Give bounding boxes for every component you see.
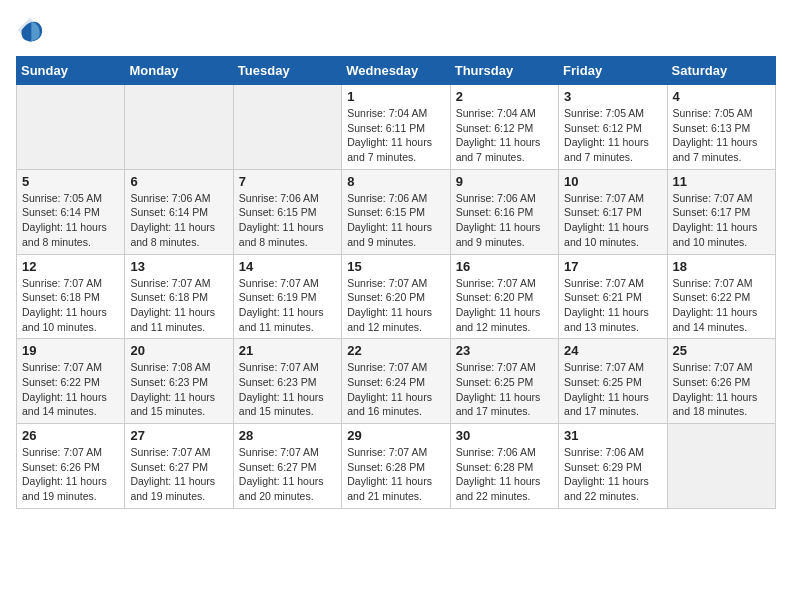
day-number: 18: [673, 259, 770, 274]
day-number: 26: [22, 428, 119, 443]
day-number: 5: [22, 174, 119, 189]
day-info: Sunrise: 7:06 AM Sunset: 6:15 PM Dayligh…: [239, 191, 336, 250]
day-number: 28: [239, 428, 336, 443]
day-number: 19: [22, 343, 119, 358]
calendar-week-row: 19Sunrise: 7:07 AM Sunset: 6:22 PM Dayli…: [17, 339, 776, 424]
day-info: Sunrise: 7:04 AM Sunset: 6:11 PM Dayligh…: [347, 106, 444, 165]
day-info: Sunrise: 7:06 AM Sunset: 6:29 PM Dayligh…: [564, 445, 661, 504]
day-number: 29: [347, 428, 444, 443]
day-number: 25: [673, 343, 770, 358]
day-info: Sunrise: 7:04 AM Sunset: 6:12 PM Dayligh…: [456, 106, 553, 165]
day-info: Sunrise: 7:07 AM Sunset: 6:26 PM Dayligh…: [673, 360, 770, 419]
calendar-cell: 31Sunrise: 7:06 AM Sunset: 6:29 PM Dayli…: [559, 424, 667, 509]
calendar-cell: 9Sunrise: 7:06 AM Sunset: 6:16 PM Daylig…: [450, 169, 558, 254]
day-info: Sunrise: 7:07 AM Sunset: 6:25 PM Dayligh…: [456, 360, 553, 419]
day-info: Sunrise: 7:07 AM Sunset: 6:21 PM Dayligh…: [564, 276, 661, 335]
day-number: 3: [564, 89, 661, 104]
calendar-table: SundayMondayTuesdayWednesdayThursdayFrid…: [16, 56, 776, 509]
day-info: Sunrise: 7:07 AM Sunset: 6:22 PM Dayligh…: [673, 276, 770, 335]
day-info: Sunrise: 7:07 AM Sunset: 6:17 PM Dayligh…: [564, 191, 661, 250]
day-number: 12: [22, 259, 119, 274]
calendar-cell: 20Sunrise: 7:08 AM Sunset: 6:23 PM Dayli…: [125, 339, 233, 424]
calendar-cell: 4Sunrise: 7:05 AM Sunset: 6:13 PM Daylig…: [667, 85, 775, 170]
calendar-cell: 6Sunrise: 7:06 AM Sunset: 6:14 PM Daylig…: [125, 169, 233, 254]
day-number: 20: [130, 343, 227, 358]
day-number: 30: [456, 428, 553, 443]
day-info: Sunrise: 7:08 AM Sunset: 6:23 PM Dayligh…: [130, 360, 227, 419]
day-info: Sunrise: 7:07 AM Sunset: 6:24 PM Dayligh…: [347, 360, 444, 419]
calendar-week-row: 5Sunrise: 7:05 AM Sunset: 6:14 PM Daylig…: [17, 169, 776, 254]
calendar-cell: 8Sunrise: 7:06 AM Sunset: 6:15 PM Daylig…: [342, 169, 450, 254]
calendar-cell: 11Sunrise: 7:07 AM Sunset: 6:17 PM Dayli…: [667, 169, 775, 254]
weekday-header-wednesday: Wednesday: [342, 57, 450, 85]
day-info: Sunrise: 7:07 AM Sunset: 6:26 PM Dayligh…: [22, 445, 119, 504]
calendar-cell: 10Sunrise: 7:07 AM Sunset: 6:17 PM Dayli…: [559, 169, 667, 254]
calendar-week-row: 1Sunrise: 7:04 AM Sunset: 6:11 PM Daylig…: [17, 85, 776, 170]
day-number: 6: [130, 174, 227, 189]
day-info: Sunrise: 7:05 AM Sunset: 6:12 PM Dayligh…: [564, 106, 661, 165]
day-info: Sunrise: 7:07 AM Sunset: 6:17 PM Dayligh…: [673, 191, 770, 250]
calendar-cell: 1Sunrise: 7:04 AM Sunset: 6:11 PM Daylig…: [342, 85, 450, 170]
calendar-cell: 29Sunrise: 7:07 AM Sunset: 6:28 PM Dayli…: [342, 424, 450, 509]
calendar-cell: [667, 424, 775, 509]
weekday-header-thursday: Thursday: [450, 57, 558, 85]
calendar-cell: 21Sunrise: 7:07 AM Sunset: 6:23 PM Dayli…: [233, 339, 341, 424]
calendar-cell: 13Sunrise: 7:07 AM Sunset: 6:18 PM Dayli…: [125, 254, 233, 339]
day-info: Sunrise: 7:06 AM Sunset: 6:16 PM Dayligh…: [456, 191, 553, 250]
day-info: Sunrise: 7:05 AM Sunset: 6:14 PM Dayligh…: [22, 191, 119, 250]
day-number: 8: [347, 174, 444, 189]
calendar-cell: 3Sunrise: 7:05 AM Sunset: 6:12 PM Daylig…: [559, 85, 667, 170]
day-info: Sunrise: 7:07 AM Sunset: 6:19 PM Dayligh…: [239, 276, 336, 335]
weekday-header-row: SundayMondayTuesdayWednesdayThursdayFrid…: [17, 57, 776, 85]
day-info: Sunrise: 7:07 AM Sunset: 6:18 PM Dayligh…: [22, 276, 119, 335]
day-info: Sunrise: 7:06 AM Sunset: 6:15 PM Dayligh…: [347, 191, 444, 250]
calendar-cell: 16Sunrise: 7:07 AM Sunset: 6:20 PM Dayli…: [450, 254, 558, 339]
day-info: Sunrise: 7:06 AM Sunset: 6:14 PM Dayligh…: [130, 191, 227, 250]
calendar-cell: 23Sunrise: 7:07 AM Sunset: 6:25 PM Dayli…: [450, 339, 558, 424]
calendar-cell: 19Sunrise: 7:07 AM Sunset: 6:22 PM Dayli…: [17, 339, 125, 424]
calendar-week-row: 12Sunrise: 7:07 AM Sunset: 6:18 PM Dayli…: [17, 254, 776, 339]
calendar-cell: 22Sunrise: 7:07 AM Sunset: 6:24 PM Dayli…: [342, 339, 450, 424]
weekday-header-tuesday: Tuesday: [233, 57, 341, 85]
page-header: [16, 16, 776, 44]
calendar-cell: 7Sunrise: 7:06 AM Sunset: 6:15 PM Daylig…: [233, 169, 341, 254]
day-info: Sunrise: 7:07 AM Sunset: 6:28 PM Dayligh…: [347, 445, 444, 504]
weekday-header-sunday: Sunday: [17, 57, 125, 85]
calendar-cell: 17Sunrise: 7:07 AM Sunset: 6:21 PM Dayli…: [559, 254, 667, 339]
day-number: 1: [347, 89, 444, 104]
calendar-cell: [233, 85, 341, 170]
calendar-cell: 5Sunrise: 7:05 AM Sunset: 6:14 PM Daylig…: [17, 169, 125, 254]
weekday-header-saturday: Saturday: [667, 57, 775, 85]
day-number: 24: [564, 343, 661, 358]
day-number: 17: [564, 259, 661, 274]
day-number: 21: [239, 343, 336, 358]
day-number: 10: [564, 174, 661, 189]
day-number: 15: [347, 259, 444, 274]
day-number: 31: [564, 428, 661, 443]
calendar-cell: 14Sunrise: 7:07 AM Sunset: 6:19 PM Dayli…: [233, 254, 341, 339]
day-info: Sunrise: 7:07 AM Sunset: 6:22 PM Dayligh…: [22, 360, 119, 419]
day-info: Sunrise: 7:07 AM Sunset: 6:27 PM Dayligh…: [239, 445, 336, 504]
calendar-cell: 12Sunrise: 7:07 AM Sunset: 6:18 PM Dayli…: [17, 254, 125, 339]
day-number: 13: [130, 259, 227, 274]
weekday-header-friday: Friday: [559, 57, 667, 85]
day-info: Sunrise: 7:07 AM Sunset: 6:27 PM Dayligh…: [130, 445, 227, 504]
calendar-cell: [17, 85, 125, 170]
day-number: 2: [456, 89, 553, 104]
calendar-cell: 24Sunrise: 7:07 AM Sunset: 6:25 PM Dayli…: [559, 339, 667, 424]
day-number: 14: [239, 259, 336, 274]
calendar-cell: 25Sunrise: 7:07 AM Sunset: 6:26 PM Dayli…: [667, 339, 775, 424]
day-number: 22: [347, 343, 444, 358]
calendar-cell: 30Sunrise: 7:06 AM Sunset: 6:28 PM Dayli…: [450, 424, 558, 509]
day-number: 9: [456, 174, 553, 189]
day-info: Sunrise: 7:07 AM Sunset: 6:18 PM Dayligh…: [130, 276, 227, 335]
calendar-cell: 26Sunrise: 7:07 AM Sunset: 6:26 PM Dayli…: [17, 424, 125, 509]
day-info: Sunrise: 7:07 AM Sunset: 6:20 PM Dayligh…: [347, 276, 444, 335]
day-info: Sunrise: 7:07 AM Sunset: 6:20 PM Dayligh…: [456, 276, 553, 335]
calendar-cell: 15Sunrise: 7:07 AM Sunset: 6:20 PM Dayli…: [342, 254, 450, 339]
calendar-cell: 2Sunrise: 7:04 AM Sunset: 6:12 PM Daylig…: [450, 85, 558, 170]
logo: [16, 16, 48, 44]
day-number: 11: [673, 174, 770, 189]
day-number: 4: [673, 89, 770, 104]
logo-icon: [16, 16, 44, 44]
